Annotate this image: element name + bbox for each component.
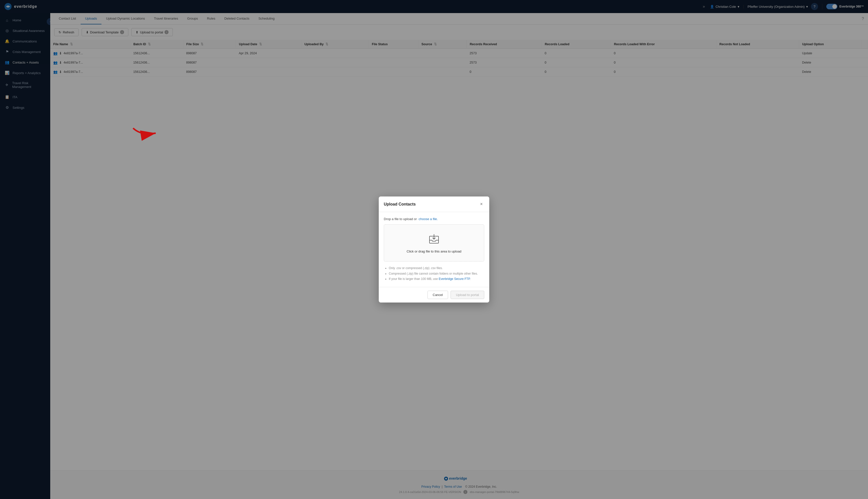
upload-rules: Only .csv or compressed (.zip) .csv file… <box>384 266 484 282</box>
upload-dropzone-text: Click or drag file to this area to uploa… <box>389 250 479 253</box>
upload-rule-2: Compressed (.zip) file cannot contain fo… <box>389 271 484 277</box>
instruction-text: Drop a file to upload or <box>384 217 417 221</box>
upload-rule-3: If your file is larger than 100 MB, use … <box>389 276 484 282</box>
modal-title: Upload Contacts <box>384 202 416 207</box>
modal-header: Upload Contacts × <box>379 196 489 212</box>
inbox-icon <box>428 233 440 245</box>
modal-upload-portal-button: Upload to portal <box>450 291 484 299</box>
modal-cancel-button[interactable]: Cancel <box>427 291 448 299</box>
upload-dropzone[interactable]: Click or drag file to this area to uploa… <box>384 224 484 261</box>
modal-close-button[interactable]: × <box>479 201 484 207</box>
close-icon: × <box>480 202 483 207</box>
choose-file-link[interactable]: choose a file. <box>419 217 438 221</box>
upload-rule-1: Only .csv or compressed (.zip) .csv file… <box>389 266 484 271</box>
modal-footer: Cancel Upload to portal <box>379 287 489 303</box>
upload-contacts-modal: Upload Contacts × Drop a file to upload … <box>379 196 489 303</box>
upload-dropzone-icon <box>389 233 479 247</box>
ftp-link[interactable]: Everbridge Secure FTP <box>439 277 470 281</box>
modal-instruction: Drop a file to upload or choose a file. <box>384 217 484 221</box>
modal-overlay[interactable]: Upload Contacts × Drop a file to upload … <box>0 0 868 499</box>
modal-body: Drop a file to upload or choose a file. … <box>379 212 489 287</box>
